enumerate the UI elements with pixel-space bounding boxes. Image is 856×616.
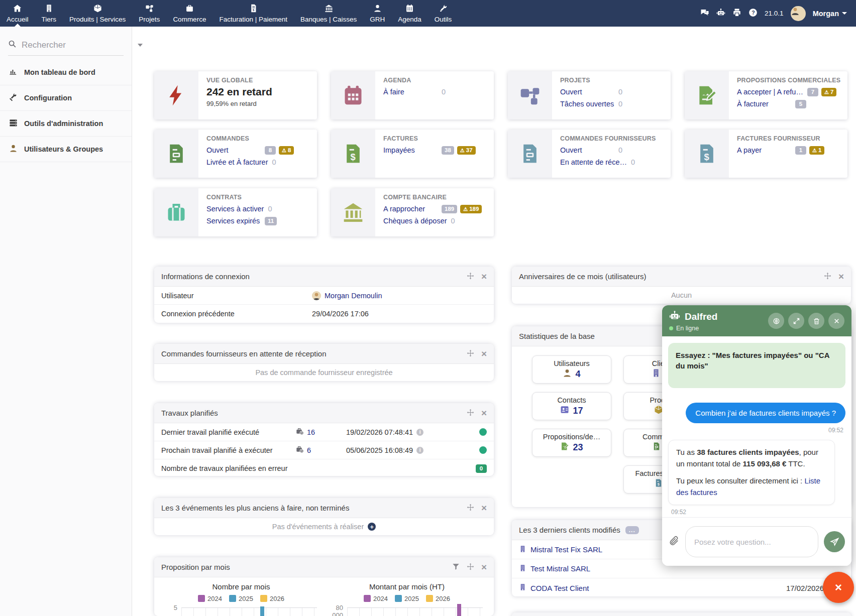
close-icon[interactable]: × bbox=[481, 272, 487, 281]
count-badge[interactable]: 8 bbox=[265, 146, 276, 155]
nav-item-banques-caisses[interactable]: Banques | Caisses bbox=[294, 0, 363, 27]
chat-trash-button[interactable] bbox=[808, 313, 824, 329]
user-link[interactable]: Morgan Demoulin bbox=[325, 292, 382, 300]
more-badge[interactable]: ... bbox=[625, 526, 639, 534]
chat-fab-close[interactable]: × bbox=[823, 572, 854, 603]
checks-to-deposit-link[interactable]: Chèques à déposer bbox=[383, 217, 451, 225]
orders-delivered-link[interactable]: Livrée et À facturer bbox=[206, 158, 272, 166]
warning-badge[interactable]: 189 bbox=[460, 205, 482, 213]
send-button[interactable] bbox=[824, 531, 845, 552]
messages-icon[interactable] bbox=[700, 8, 709, 19]
infobox-commandes[interactable]: COMMANDES Ouvert88 Livrée et À facturer0 bbox=[154, 130, 317, 178]
stat-card-utilisateurs[interactable]: Utilisateurs 4 bbox=[532, 355, 611, 384]
supplier-orders-awaiting-link[interactable]: En attente de réce… bbox=[560, 158, 631, 166]
close-icon[interactable]: × bbox=[481, 408, 487, 418]
move-icon[interactable] bbox=[467, 349, 474, 358]
chat-brain-button[interactable] bbox=[768, 313, 784, 329]
sidebar-item-admin-tools[interactable]: Outils d'administration bbox=[0, 111, 132, 137]
infobox-factures-fournisseur[interactable]: $ FACTURES FOURNISSEUR A payer11 bbox=[685, 130, 847, 178]
robot-icon[interactable] bbox=[716, 8, 725, 19]
infobox-projets[interactable]: PROJETS Ouvert0 Tâches ouvertes0 bbox=[508, 71, 671, 119]
count-badge[interactable]: 11 bbox=[265, 217, 277, 225]
late-count: 242 en retard bbox=[206, 86, 311, 98]
warning-badge[interactable]: 37 bbox=[457, 146, 476, 155]
supplier-orders-open-link[interactable]: Ouvert bbox=[560, 146, 618, 154]
move-icon[interactable] bbox=[467, 563, 474, 572]
cron-jobs-icon bbox=[296, 427, 304, 437]
stat-card-propositions[interactable]: Propositions/de… 23 bbox=[532, 429, 611, 457]
bank-to-reconcile-link[interactable]: A rapprocher bbox=[383, 205, 442, 213]
nav-item-grh[interactable]: GRH bbox=[363, 0, 391, 27]
nav-item-agenda[interactable]: Agenda bbox=[391, 0, 428, 27]
infobox-commandes-fournisseurs[interactable]: COMMANDES FOURNISSEURS Ouvert0 En attent… bbox=[508, 130, 671, 178]
warning-badge[interactable]: 7 bbox=[821, 88, 836, 96]
invoices-unpaid-link[interactable]: Impayées bbox=[383, 146, 442, 154]
nav-item-accueil[interactable]: Accueil bbox=[0, 0, 35, 27]
cron-count-link[interactable]: 6 bbox=[307, 446, 311, 454]
chat-expand-button[interactable] bbox=[788, 313, 804, 329]
count-badge[interactable]: 5 bbox=[795, 100, 806, 108]
sidebar-item-dashboard[interactable]: Mon tableau de bord bbox=[0, 60, 132, 85]
info-icon[interactable]: i bbox=[416, 447, 423, 454]
projects-open-link[interactable]: Ouvert bbox=[560, 88, 618, 96]
move-icon[interactable] bbox=[824, 272, 831, 281]
print-icon[interactable] bbox=[732, 8, 741, 19]
stat-card-contacts[interactable]: Contacts 17 bbox=[532, 392, 611, 420]
count-badge[interactable]: 1 bbox=[795, 146, 806, 155]
move-icon[interactable] bbox=[467, 409, 474, 418]
supplier-invoices-to-pay-link[interactable]: A payer bbox=[737, 146, 795, 154]
tasks-open-link[interactable]: Tâches ouvertes bbox=[560, 100, 618, 108]
services-to-activate-link[interactable]: Services à activer bbox=[206, 205, 268, 213]
infobox-contrats[interactable]: CONTRATS Services à activer0 Services ex… bbox=[154, 188, 317, 236]
nav-item-projets[interactable]: Projets bbox=[132, 0, 166, 27]
widget-connexion: Informations de connexion × Utilisateur … bbox=[154, 267, 494, 323]
services-expired-link[interactable]: Services expirés bbox=[206, 217, 265, 225]
infobox-propositions[interactable]: PROPOSITIONS COMMERCIALES A accepter | A… bbox=[685, 71, 847, 119]
nav-item-outils[interactable]: Outils bbox=[428, 0, 459, 27]
search-scope-caret-icon[interactable] bbox=[138, 44, 143, 47]
help-icon[interactable]: ? bbox=[748, 8, 758, 19]
client-link[interactable]: Mistral Test Fix SARL bbox=[530, 545, 602, 554]
nav-item-produits-services[interactable]: Produits | Services bbox=[63, 0, 132, 27]
search-input[interactable] bbox=[22, 40, 133, 50]
bar-2024-nov bbox=[457, 604, 461, 616]
infobox-vue-globale[interactable]: VUE GLOBALE 242 en retard 99,59% en reta… bbox=[154, 71, 317, 119]
bank-icon bbox=[325, 4, 333, 14]
info-icon[interactable]: i bbox=[416, 429, 423, 436]
warning-badge[interactable]: 1 bbox=[809, 146, 824, 155]
infobox-compte-bancaire[interactable]: COMPTE BANCAIRE A rapprocher189189 Chèqu… bbox=[331, 188, 494, 236]
client-link[interactable]: Test Mistral SARL bbox=[530, 564, 590, 573]
orders-open-link[interactable]: Ouvert bbox=[206, 146, 265, 154]
cron-count-link[interactable]: 16 bbox=[307, 428, 315, 436]
close-icon[interactable]: × bbox=[838, 272, 844, 281]
close-icon[interactable]: × bbox=[481, 349, 487, 358]
filter-icon[interactable] bbox=[452, 563, 460, 572]
add-event-icon[interactable]: + bbox=[368, 523, 376, 531]
warning-badge[interactable]: 8 bbox=[279, 146, 294, 155]
server-icon bbox=[9, 118, 18, 129]
proposals-to-bill-link[interactable]: À facturer bbox=[737, 100, 795, 108]
close-icon[interactable]: × bbox=[481, 503, 487, 513]
chat-question-input[interactable] bbox=[685, 526, 818, 557]
infobox-agenda[interactable]: AGENDA À faire0 bbox=[331, 71, 494, 119]
client-link[interactable]: CODA Test Client bbox=[530, 584, 589, 592]
client-row[interactable]: CODA Test Client 17/02/2026 bbox=[512, 578, 851, 596]
count-badge[interactable]: 189 bbox=[442, 205, 457, 213]
infobox-factures[interactable]: $ FACTURES Impayées3837 bbox=[331, 130, 494, 178]
agenda-todo-link[interactable]: À faire bbox=[383, 88, 442, 96]
count-badge[interactable]: 7 bbox=[807, 88, 818, 96]
move-icon[interactable] bbox=[467, 272, 474, 281]
sidebar-item-configuration[interactable]: Configuration bbox=[0, 85, 132, 111]
close-icon[interactable]: × bbox=[481, 562, 487, 572]
proposals-to-accept-link[interactable]: A accepter | A refu… bbox=[737, 88, 807, 96]
nav-item-facturation-paiement[interactable]: $ Facturation | Paiement bbox=[212, 0, 294, 27]
count-badge[interactable]: 38 bbox=[442, 146, 454, 155]
nav-item-tiers[interactable]: Tiers bbox=[35, 0, 63, 27]
sidebar-item-users-groups[interactable]: Utilisateurs & Groupes bbox=[0, 137, 132, 162]
chat-close-button[interactable] bbox=[828, 313, 844, 329]
move-icon[interactable] bbox=[467, 504, 474, 513]
user-menu[interactable]: Morgan bbox=[813, 10, 847, 18]
nav-item-commerce[interactable]: Commerce bbox=[166, 0, 212, 27]
attachment-icon[interactable] bbox=[669, 535, 680, 548]
user-avatar[interactable] bbox=[791, 6, 806, 21]
